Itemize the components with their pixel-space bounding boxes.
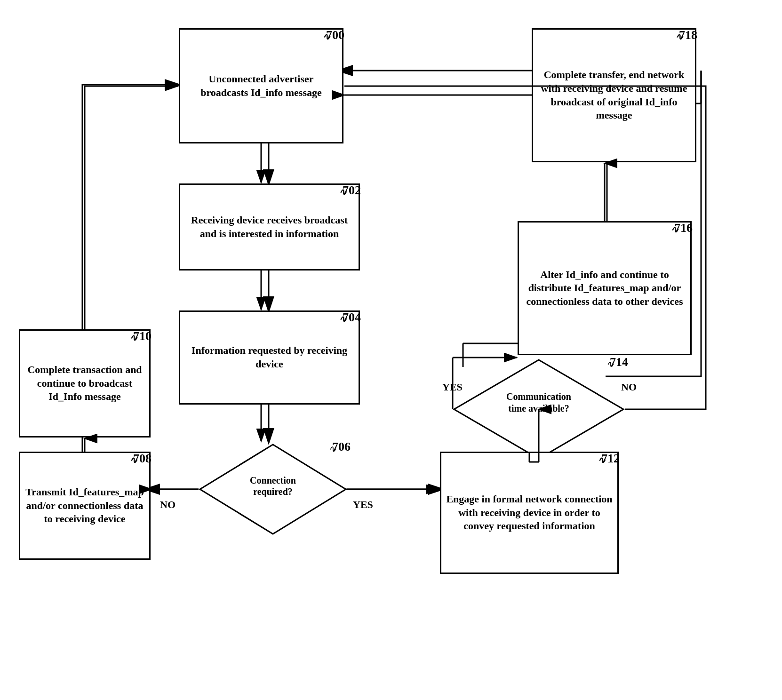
diagram-container: 700 ∿ Unconnected advertiser broadcasts …	[0, 0, 782, 700]
main-arrows	[0, 0, 782, 700]
